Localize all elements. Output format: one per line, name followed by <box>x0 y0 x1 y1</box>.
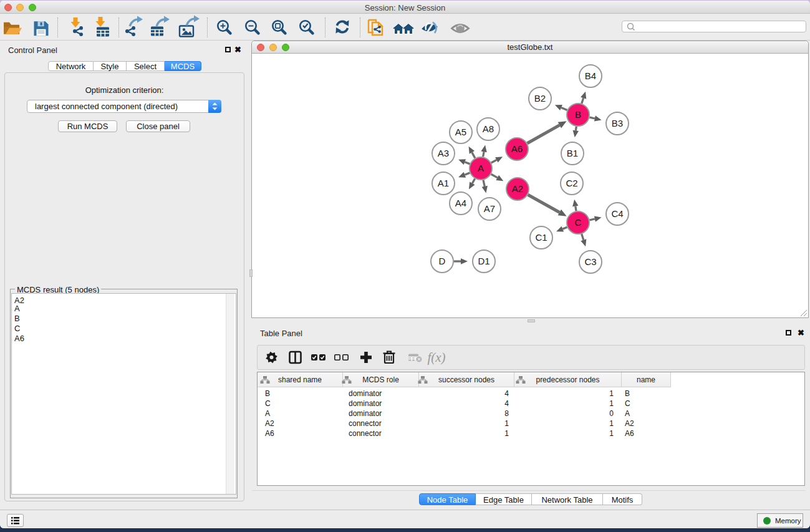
svg-text:D1: D1 <box>478 256 489 266</box>
svg-text:C4: C4 <box>611 208 623 219</box>
svg-text:B4: B4 <box>585 70 596 81</box>
svg-text:C: C <box>575 217 582 228</box>
svg-text:A2: A2 <box>512 183 523 194</box>
svg-text:A7: A7 <box>484 203 495 214</box>
svg-text:D: D <box>439 256 446 266</box>
svg-text:A3: A3 <box>438 148 449 158</box>
svg-text:f(x): f(x) <box>427 350 445 365</box>
svg-text:A4: A4 <box>455 198 466 208</box>
svg-text:B2: B2 <box>534 93 546 104</box>
svg-text:C3: C3 <box>584 256 596 267</box>
svg-text:B3: B3 <box>612 118 623 128</box>
svg-text:B: B <box>575 109 581 120</box>
svg-text:C1: C1 <box>535 232 547 243</box>
svg-text:C2: C2 <box>566 178 577 188</box>
svg-text:A6: A6 <box>511 143 523 154</box>
svg-text:A5: A5 <box>455 127 466 137</box>
svg-text:A: A <box>478 163 484 173</box>
svg-text:A1: A1 <box>438 178 449 188</box>
svg-text:A8: A8 <box>483 123 494 134</box>
svg-text:B1: B1 <box>567 148 578 158</box>
